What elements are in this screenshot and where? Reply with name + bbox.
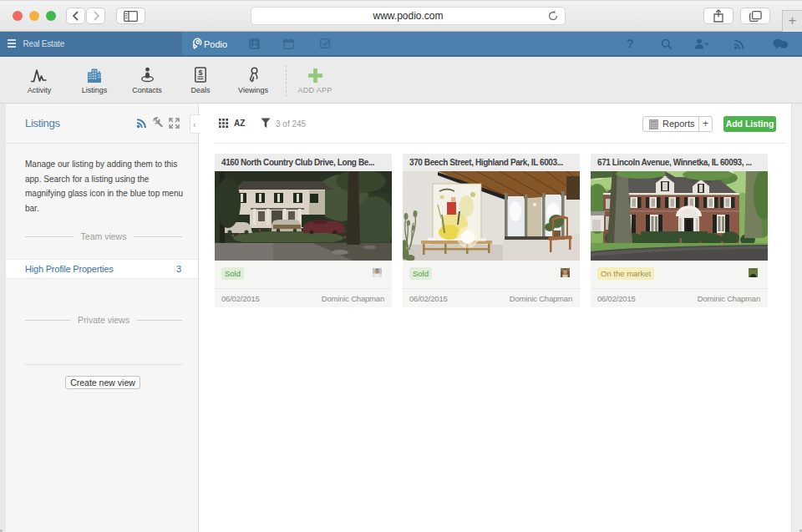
svg-text:$: $ <box>198 68 202 77</box>
